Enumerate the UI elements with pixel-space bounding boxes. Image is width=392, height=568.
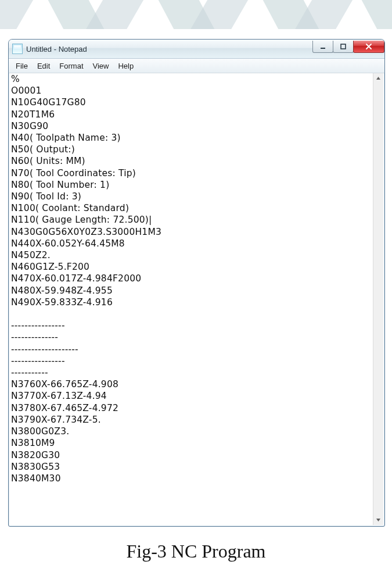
menu-format[interactable]: Format (55, 60, 88, 72)
notepad-window: Untitled - Notepad File Edit Format View… (8, 39, 385, 527)
svg-rect-0 (321, 48, 325, 49)
minimize-button[interactable] (312, 41, 333, 53)
menu-edit[interactable]: Edit (33, 60, 55, 72)
menubar: File Edit Format View Help (9, 59, 384, 73)
maximize-button[interactable] (333, 41, 354, 53)
window-title: Untitled - Notepad (26, 45, 313, 53)
titlebar[interactable]: Untitled - Notepad (9, 40, 384, 59)
window-controls (313, 41, 384, 53)
scroll-down-button[interactable] (373, 515, 383, 525)
vertical-scrollbar[interactable] (373, 73, 383, 525)
background-watermark (0, 0, 392, 29)
text-editor[interactable]: % O0001 N10G40G17G80 N20T1M6 N30G90 N40(… (10, 73, 373, 525)
figure-caption: Fig-3 NC Program (0, 541, 392, 562)
menu-view[interactable]: View (88, 60, 114, 72)
notepad-icon (12, 44, 23, 54)
close-button[interactable] (353, 41, 384, 53)
svg-rect-1 (341, 44, 346, 49)
scroll-up-button[interactable] (373, 73, 383, 83)
menu-help[interactable]: Help (113, 60, 138, 72)
menu-file[interactable]: File (11, 60, 33, 72)
